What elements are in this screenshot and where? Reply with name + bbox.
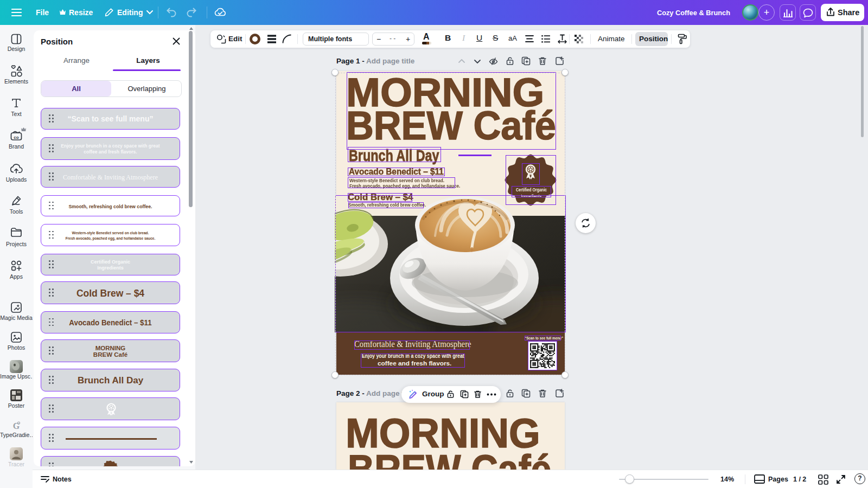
- svg-text:co: co: [14, 135, 18, 140]
- svg-text:G: G: [13, 421, 20, 431]
